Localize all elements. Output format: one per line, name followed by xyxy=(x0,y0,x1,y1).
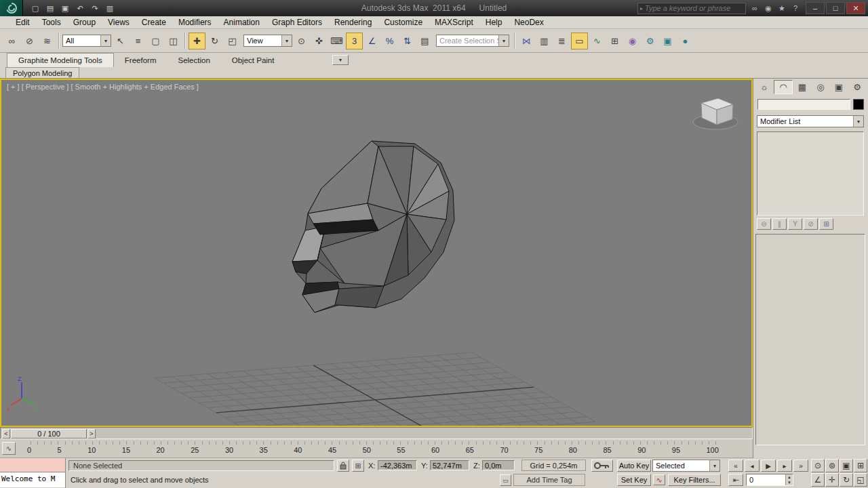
absolute-mode-toggle[interactable]: ⊞ xyxy=(352,460,364,472)
make-unique-button[interactable]: Y xyxy=(788,218,802,230)
project-folder-icon[interactable]: ▥ xyxy=(103,2,117,14)
ribbon-tab[interactable]: Freeform xyxy=(114,54,167,67)
set-keys-button[interactable] xyxy=(591,460,613,472)
pin-stack-button[interactable]: ⊖ xyxy=(757,218,771,230)
menu-item[interactable]: Help xyxy=(479,16,509,28)
viewport-label[interactable]: [ + ] [ Perspective ] [ Smooth + Highlig… xyxy=(7,83,199,91)
favorites-icon[interactable]: ★ xyxy=(775,2,789,14)
add-time-tag-button[interactable]: Add Time Tag xyxy=(513,474,585,486)
menu-item[interactable]: Views xyxy=(102,16,136,28)
selection-region-button[interactable]: ▢ xyxy=(147,33,164,49)
layer-manager-button[interactable]: ≣ xyxy=(553,33,570,49)
zoom-extents-button[interactable]: ▣ xyxy=(840,459,853,472)
tab-motion[interactable]: ◎ xyxy=(812,80,829,94)
named-selection-sets-dropdown[interactable]: Create Selection Se ▾ xyxy=(436,35,509,47)
infocenter-search-input[interactable] xyxy=(645,3,745,14)
use-pivot-center-button[interactable]: ⊙ xyxy=(293,33,310,49)
select-by-name-button[interactable]: ≡ xyxy=(130,33,146,49)
rendered-frame-button[interactable]: ▣ xyxy=(659,33,676,49)
schematic-view-button[interactable]: ⊞ xyxy=(606,33,623,49)
head-model[interactable] xyxy=(292,141,454,312)
bind-to-space-warp-button[interactable]: ≋ xyxy=(39,33,56,49)
frame-spinner[interactable]: ▲ ▼ xyxy=(785,474,793,485)
zoom-extents-all-button[interactable]: ⊞ xyxy=(854,459,867,472)
select-and-move-button[interactable]: ✚ xyxy=(189,33,205,49)
communication-center-icon[interactable]: ◉ xyxy=(762,2,775,14)
remove-modifier-button[interactable]: ⊘ xyxy=(804,218,818,230)
next-frame-button[interactable]: ▸ xyxy=(777,460,792,472)
object-name-input[interactable] xyxy=(757,99,850,110)
viewcube[interactable] xyxy=(693,98,738,129)
snaps-toggle-button[interactable]: 3 xyxy=(346,33,363,49)
menu-item[interactable]: NeoDex xyxy=(508,16,549,28)
keyboard-override-button[interactable]: ⌨ xyxy=(328,33,345,49)
selection-lock-toggle[interactable] xyxy=(337,460,349,472)
maximize-button[interactable]: □ xyxy=(826,2,845,14)
select-and-link-button[interactable]: ∞ xyxy=(3,33,20,49)
goto-end-button[interactable]: » xyxy=(793,460,808,472)
time-tag-icon[interactable]: ▭ xyxy=(500,474,511,486)
auto-key-button[interactable]: Auto Key xyxy=(617,460,651,472)
object-color-swatch[interactable] xyxy=(853,99,864,110)
rollout-area[interactable] xyxy=(755,234,865,445)
time-slider-handle[interactable]: 0 / 100 xyxy=(11,429,87,439)
current-frame-field[interactable]: 0 ▲ ▼ xyxy=(746,474,793,486)
key-filters-button[interactable]: Key Filters... xyxy=(668,474,721,486)
modifier-list-dropdown[interactable]: Modifier List ▾ xyxy=(757,115,864,127)
y-coordinate-field[interactable]: 52,747m xyxy=(430,460,469,470)
maxscript-mini-listener[interactable]: Welcome to M xyxy=(0,458,66,488)
app-menu-button[interactable] xyxy=(0,0,23,16)
track-bar[interactable]: ∿ 05101520253035404550556065707580859095… xyxy=(0,439,753,458)
ribbon-state-dropdown[interactable]: ▾ xyxy=(332,55,349,65)
minimize-button[interactable]: – xyxy=(806,2,825,14)
menu-item[interactable]: Animation xyxy=(218,16,266,28)
play-button[interactable]: ▶ xyxy=(761,460,776,472)
zoom-button[interactable]: ⊙ xyxy=(811,459,825,472)
edit-named-selections-button[interactable]: ▤ xyxy=(416,33,433,49)
next-frame-slider-button[interactable]: > xyxy=(87,429,96,439)
menu-item[interactable]: Edit xyxy=(9,16,36,28)
tab-create[interactable]: ☼ xyxy=(755,80,773,94)
listener-pane[interactable]: Welcome to M xyxy=(0,472,65,487)
default-tangent-button[interactable]: ∿ xyxy=(653,474,665,485)
tab-display[interactable]: ▣ xyxy=(830,80,848,94)
help-icon[interactable]: ? xyxy=(789,2,802,14)
modifier-stack-list[interactable] xyxy=(757,131,864,216)
curve-editor-button[interactable]: ∿ xyxy=(589,33,606,49)
menu-item[interactable]: MAXScript xyxy=(429,16,479,28)
menu-item[interactable]: Modifiers xyxy=(172,16,218,28)
menu-item[interactable]: Create xyxy=(136,16,172,28)
pan-button[interactable]: ✛ xyxy=(825,473,839,487)
angle-snap-button[interactable]: ∠ xyxy=(363,33,380,49)
x-coordinate-field[interactable]: -42,363m xyxy=(378,460,417,470)
set-key-button[interactable]: Set Key xyxy=(617,474,651,486)
render-production-button[interactable]: ● xyxy=(677,33,694,49)
previous-frame-slider-button[interactable]: < xyxy=(2,429,10,439)
configure-modifier-sets-button[interactable]: ⊞ xyxy=(819,218,833,230)
menu-item[interactable]: Customize xyxy=(378,16,429,28)
select-and-rotate-button[interactable]: ↻ xyxy=(206,33,223,49)
percent-snap-button[interactable]: % xyxy=(381,33,398,49)
key-selection-dropdown[interactable]: Selected ▾ xyxy=(652,460,720,472)
prev-frame-button[interactable]: ◂ xyxy=(745,460,760,472)
unlink-selection-button[interactable]: ⊘ xyxy=(21,33,38,49)
search-go-icon[interactable]: ∞ xyxy=(748,2,762,14)
ribbon-tab[interactable]: Selection xyxy=(167,54,220,67)
ribbon-tab[interactable]: Graphite Modeling Tools xyxy=(7,53,114,67)
orbit-button[interactable]: ↻ xyxy=(840,473,853,487)
redo-icon[interactable]: ↷ xyxy=(88,2,102,14)
render-setup-button[interactable]: ⚙ xyxy=(642,33,658,49)
mini-curve-editor-button[interactable]: ∿ xyxy=(2,442,16,455)
undo-icon[interactable]: ↶ xyxy=(73,2,87,14)
tab-modify[interactable]: ◠ xyxy=(774,80,793,94)
tab-polygon-modeling[interactable]: Polygon Modeling xyxy=(5,67,79,78)
goto-start-button[interactable]: « xyxy=(728,460,743,472)
select-and-manipulate-button[interactable]: ✜ xyxy=(311,33,328,49)
key-mode-toggle-button[interactable]: ⇤ xyxy=(728,474,743,486)
fov-button[interactable]: ∠ xyxy=(811,473,825,487)
spinner-snap-button[interactable]: ⇅ xyxy=(399,33,416,49)
save-file-icon[interactable]: ▣ xyxy=(58,2,72,14)
perspective-viewport[interactable]: [ + ] [ Perspective ] [ Smooth + Highlig… xyxy=(0,79,753,427)
selection-filter-dropdown[interactable]: All ▾ xyxy=(62,35,111,47)
select-object-button[interactable]: ↖ xyxy=(112,33,129,49)
